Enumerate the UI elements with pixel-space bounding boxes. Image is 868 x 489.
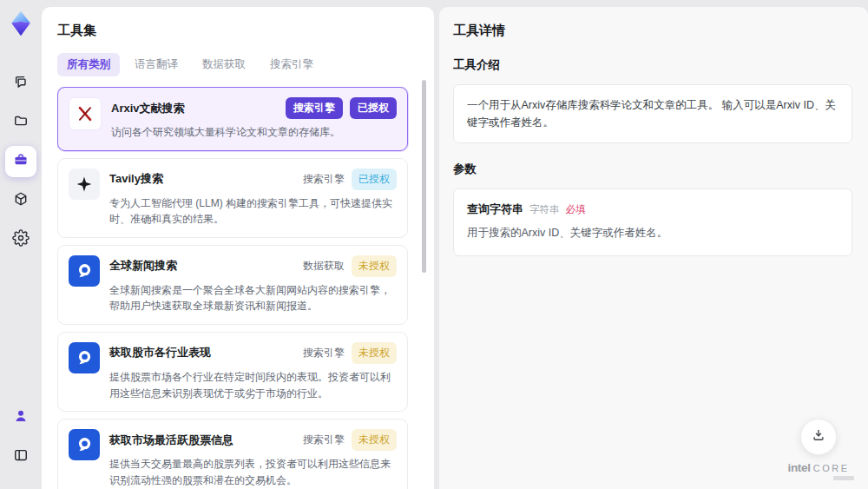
tool-auth-badge: 已授权 <box>350 97 397 119</box>
params-section-title: 参数 <box>453 162 852 177</box>
tool-card-body: 获取市场最活跃股票信息搜索引擎未授权提供当天交易量最高的股票列表，投资者可以利用… <box>109 429 397 488</box>
tool-auth-badge: 未授权 <box>352 255 397 277</box>
tool-badges: 搜索引擎已授权 <box>303 169 397 190</box>
tool-name: Tavily搜索 <box>109 171 163 187</box>
tool-description: 提供股票市场各个行业在特定时间段内的表现。投资者可以利用这些信息来识别表现优于或… <box>109 369 397 401</box>
param-desc: 用于搜索的Arxiv ID、关键字或作者姓名。 <box>467 225 838 241</box>
intro-text-box: 一个用于从Arxiv存储库搜索科学论文和文章的工具。 输入可以是Arxiv ID… <box>453 84 852 143</box>
page-title: 工具集 <box>57 23 420 39</box>
tool-card-body: 全球新闻搜索数据获取未授权全球新闻搜索是一个聚合全球各大新闻网站内容的搜索引擎，… <box>109 255 397 314</box>
category-tabs: 所有类别语言翻译数据获取搜索引擎 <box>57 53 420 76</box>
star-icon <box>69 169 100 200</box>
tools-panel: 工具集 所有类别语言翻译数据获取搜索引擎 Arxiv文献搜索搜索引擎已授权访问各… <box>42 7 434 489</box>
tool-category-badge: 搜索引擎 <box>303 433 345 447</box>
tool-card[interactable]: Tavily搜索搜索引擎已授权专为人工智能代理 (LLM) 构建的搜索引擎工具，… <box>57 158 408 238</box>
sidebar-item-settings[interactable] <box>5 224 36 255</box>
tool-card[interactable]: 获取股市各行业表现搜索引擎未授权提供股票市场各个行业在特定时间段内的表现。投资者… <box>57 332 408 412</box>
app-sidebar <box>0 0 42 489</box>
tool-auth-badge: 已授权 <box>352 169 397 190</box>
cube-icon <box>12 190 30 211</box>
tool-card[interactable]: 获取市场最活跃股票信息搜索引擎未授权提供当天交易量最高的股票列表，投资者可以利用… <box>57 419 408 489</box>
briefcase-icon <box>12 151 30 172</box>
intel-core-logo: intel CORE <box>787 461 849 474</box>
category-tab-1[interactable]: 语言翻译 <box>125 53 187 76</box>
q-icon <box>69 342 100 373</box>
tool-card-body: 获取股市各行业表现搜索引擎未授权提供股票市场各个行业在特定时间段内的表现。投资者… <box>109 342 397 401</box>
tool-category-badge: 搜索引擎 <box>303 346 345 360</box>
tool-card-body: Tavily搜索搜索引擎已授权专为人工智能代理 (LLM) 构建的搜索引擎工具，… <box>109 169 397 228</box>
panel-icon <box>12 446 30 467</box>
sidebar-item-files[interactable] <box>5 107 36 138</box>
tool-name: 获取股市各行业表现 <box>109 345 211 360</box>
sidebar-item-user[interactable] <box>5 402 36 433</box>
tool-auth-badge: 未授权 <box>352 342 397 364</box>
tool-description: 访问各个研究领域大量科学论文和文章的存储库。 <box>111 124 397 141</box>
corner-widgets: intel CORE <box>783 419 854 480</box>
intel-logo-subtext <box>833 476 854 480</box>
list-scrollbar[interactable] <box>422 80 426 273</box>
tool-description: 专为人工智能代理 (LLM) 构建的搜索引擎工具，可快速提供实时、准确和真实的结… <box>109 195 397 228</box>
detail-title: 工具详情 <box>453 23 852 39</box>
tool-badges: 搜索引擎未授权 <box>303 429 397 451</box>
q-icon <box>69 429 100 460</box>
tool-list: Arxiv文献搜索搜索引擎已授权访问各个研究领域大量科学论文和文章的存储库。Ta… <box>57 87 420 489</box>
tool-description: 全球新闻搜索是一个聚合全球各大新闻网站内容的搜索引擎，帮助用户快速获取全球最新资… <box>109 282 397 314</box>
param-required-badge: 必填 <box>566 203 586 216</box>
param-name: 查询字符串 <box>467 202 523 217</box>
tool-card[interactable]: 全球新闻搜索数据获取未授权全球新闻搜索是一个聚合全球各大新闻网站内容的搜索引擎，… <box>57 245 408 325</box>
main-area: 工具集 所有类别语言翻译数据获取搜索引擎 Arxiv文献搜索搜索引擎已授权访问各… <box>42 7 868 489</box>
tool-badges: 数据获取未授权 <box>303 255 397 277</box>
sidebar-item-models[interactable] <box>5 185 36 216</box>
q-icon <box>69 255 100 287</box>
sidebar-item-tools[interactable] <box>5 146 36 177</box>
app-logo[interactable] <box>6 9 36 38</box>
param-type: 字符串 <box>529 203 560 216</box>
download-icon <box>811 427 826 446</box>
gear-icon <box>12 229 30 250</box>
category-tab-2[interactable]: 数据获取 <box>193 53 255 76</box>
tool-category-badge: 搜索引擎 <box>303 172 345 187</box>
tool-name: Arxiv文献搜索 <box>111 101 185 116</box>
tool-category-badge: 数据获取 <box>303 259 345 274</box>
intro-section-title: 工具介绍 <box>453 57 852 73</box>
param-box: 查询字符串 字符串 必填 用于搜索的Arxiv ID、关键字或作者姓名。 <box>453 188 852 256</box>
arxiv-icon <box>69 97 102 130</box>
tool-badges: 搜索引擎已授权 <box>286 97 397 119</box>
tool-description: 提供当天交易量最高的股票列表，投资者可以利用这些信息来识别流动性强的股票和潜在的… <box>109 456 397 488</box>
tool-badges: 搜索引擎未授权 <box>303 342 397 364</box>
tool-card-body: Arxiv文献搜索搜索引擎已授权访问各个研究领域大量科学论文和文章的存储库。 <box>111 97 397 141</box>
sidebar-item-chat[interactable] <box>5 68 36 99</box>
tool-card[interactable]: Arxiv文献搜索搜索引擎已授权访问各个研究领域大量科学论文和文章的存储库。 <box>57 87 408 151</box>
download-button[interactable] <box>800 419 837 455</box>
tool-detail-panel: 工具详情 工具介绍 一个用于从Arxiv存储库搜索科学论文和文章的工具。 输入可… <box>439 7 868 489</box>
category-tab-3[interactable]: 搜索引擎 <box>260 53 323 76</box>
tool-name: 获取市场最活跃股票信息 <box>109 433 233 448</box>
sidebar-item-panel-toggle[interactable] <box>5 441 36 472</box>
tool-category-badge: 搜索引擎 <box>286 97 343 119</box>
tool-auth-badge: 未授权 <box>352 429 397 451</box>
folder-icon <box>12 112 30 133</box>
tool-name: 全球新闻搜索 <box>109 258 177 274</box>
user-icon <box>12 407 30 428</box>
category-tab-0[interactable]: 所有类别 <box>57 53 120 76</box>
chat-icon <box>12 73 30 94</box>
param-head: 查询字符串 字符串 必填 <box>467 202 838 217</box>
